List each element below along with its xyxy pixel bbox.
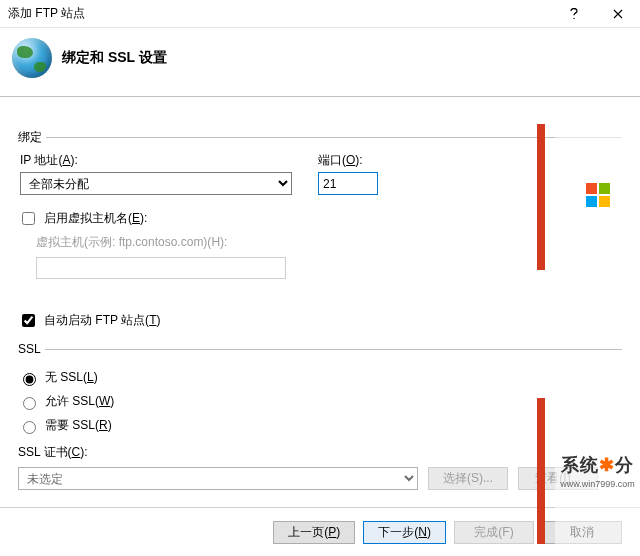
binding-group: 绑定 IP 地址(A): 全部未分配 端口(O): 启用虚拟主机名(E):	[18, 129, 622, 295]
ssl-cert-select[interactable]: 未选定	[18, 467, 418, 490]
ssl-none-label: 无 SSL(L)	[45, 369, 98, 386]
auto-start-label: 自动启动 FTP 站点(T)	[44, 312, 160, 329]
ssl-none-radio[interactable]	[23, 373, 36, 386]
ssl-group: SSL 无 SSL(L) 允许 SSL(W) 需要 SSL(R) SSL 证书(…	[18, 342, 622, 490]
wizard-header: 绑定和 SSL 设置	[0, 28, 640, 97]
wizard-footer: 上一页(P) 下一步(N) 完成(F) 取消	[273, 521, 640, 544]
ssl-legend: SSL	[18, 342, 45, 356]
port-label: 端口(O):	[318, 152, 398, 169]
globe-icon	[12, 38, 52, 78]
svg-point-0	[573, 17, 574, 18]
ssl-allow-label: 允许 SSL(W)	[45, 393, 114, 410]
page-title: 绑定和 SSL 设置	[62, 49, 167, 67]
binding-legend: 绑定	[18, 129, 46, 146]
window-title: 添加 FTP 站点	[8, 5, 552, 22]
virtual-host-label: 虚拟主机(示例: ftp.contoso.com)(H):	[18, 234, 622, 251]
ssl-allow-radio[interactable]	[23, 397, 36, 410]
ssl-view-button: 查看(I)...	[518, 467, 598, 490]
ip-address-label: IP 地址(A):	[20, 152, 292, 169]
port-input[interactable]	[318, 172, 378, 195]
previous-button[interactable]: 上一页(P)	[273, 521, 355, 544]
virtual-host-input	[36, 257, 286, 279]
close-button[interactable]	[596, 0, 640, 28]
ssl-cert-label: SSL 证书(C):	[18, 445, 88, 459]
ssl-select-button: 选择(S)...	[428, 467, 508, 490]
auto-start-checkbox[interactable]	[22, 314, 35, 327]
ssl-require-label: 需要 SSL(R)	[45, 417, 112, 434]
ip-address-select[interactable]: 全部未分配	[20, 172, 292, 195]
finish-button: 完成(F)	[454, 521, 534, 544]
cancel-button[interactable]: 取消	[542, 521, 622, 544]
footer-separator	[0, 507, 640, 508]
ssl-require-radio[interactable]	[23, 421, 36, 434]
titlebar: 添加 FTP 站点	[0, 0, 640, 28]
next-button[interactable]: 下一步(N)	[363, 521, 446, 544]
enable-virtual-host-checkbox[interactable]	[22, 212, 35, 225]
enable-virtual-host-label: 启用虚拟主机名(E):	[44, 210, 147, 227]
help-button[interactable]	[552, 0, 596, 28]
